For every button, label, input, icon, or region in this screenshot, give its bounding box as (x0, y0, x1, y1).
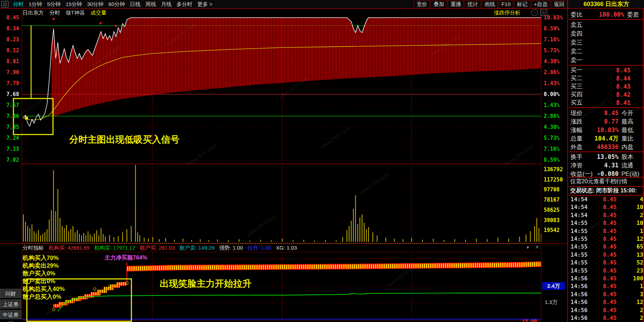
percent-axis-label: 10.03% (544, 14, 566, 21)
volume-bar (36, 233, 37, 242)
volume-bar (249, 240, 250, 242)
star-marker: * (52, 17, 55, 24)
volume-bar (165, 238, 166, 242)
info2-row-净资: 净资4.31流通 (569, 161, 644, 169)
side-button-上证券报[interactable]: 上证券报 (0, 299, 21, 309)
price-axis-label: 7.79 (0, 80, 19, 87)
volume-bar (303, 240, 304, 242)
price-axis-label: 7.35 (0, 124, 19, 130)
side-button-中证券报[interactable]: 中证券报 (0, 310, 21, 319)
chart-indicator-label[interactable]: 做T神器 (66, 10, 85, 16)
volume-bar (27, 226, 28, 242)
collapse-icon[interactable]: ▼ (526, 245, 530, 250)
volume-bar (96, 230, 97, 242)
panel-divider (569, 65, 644, 66)
price-axis-label: 8.45 (0, 14, 19, 21)
volume-bar (72, 226, 73, 242)
buy-marker (25, 117, 28, 120)
panel-divider (569, 19, 644, 20)
tick-row: 14:568.451 (569, 283, 643, 290)
chart-volume-label[interactable]: 成交量 (90, 10, 106, 16)
star-marker: * (99, 21, 102, 28)
volume-bar (372, 232, 373, 242)
tick-row: 14:558.4565 (569, 243, 643, 250)
tick-row: 14:568.45100 (569, 275, 643, 282)
volume-bar (271, 240, 272, 242)
tick-row: 14:558.4523 (569, 267, 643, 274)
tick-row: 14:558.451 (569, 228, 643, 234)
panel-divider (569, 177, 644, 178)
volume-bar (126, 229, 127, 242)
indicator-field-散户买: 散户买: 281.03 (140, 245, 175, 251)
price-axis-label: 8.01 (0, 58, 19, 65)
volume-bar (347, 230, 347, 242)
sub-indicator-title[interactable]: 分时指标 (23, 245, 44, 251)
volume-bar (314, 240, 315, 242)
indicator-scale-selected[interactable]: 2.4万 (542, 282, 565, 290)
percent-axis-label: 5.73% (544, 47, 566, 54)
expand-up-icon[interactable]: ↑ (531, 9, 538, 16)
volume-bar (140, 235, 140, 242)
smiley-icon: ☺ (124, 280, 130, 286)
volume-bar (368, 227, 369, 242)
volume-bar (536, 218, 537, 242)
volume-bar (385, 238, 386, 242)
indicator-stat-label: 机构买入70% (23, 254, 59, 262)
volume-bar (355, 195, 356, 242)
smiley-icon: ☺ (118, 280, 123, 286)
indicator-stat-label: 散户卖出0% (23, 277, 55, 285)
info-row-现价: 现价8.45今开 (569, 109, 644, 117)
sub-indicator-header: 分时指标 机构买: 42691.65机构卖: 17971.17散户买: 281.… (23, 245, 302, 251)
volume-bar (85, 235, 86, 242)
volume-bar (152, 237, 153, 242)
buy-row-买三: 买三8.43 (569, 82, 644, 90)
promo-banner[interactable]: 仅需20元查看千档行情 (569, 178, 644, 186)
weibi-row: 委比 100.00% 委差 (569, 10, 644, 19)
info-row-总量: 总量104.4万量比 (569, 134, 644, 143)
volume-bar (519, 237, 520, 242)
volume-bar (526, 234, 526, 242)
tick-row: 14:568.453 (569, 291, 643, 298)
indicator-stat-label: 散户买入0% (23, 269, 55, 278)
close-icon[interactable]: × (536, 244, 539, 250)
limit-analysis-button[interactable]: 涨跌停分析 (494, 10, 520, 16)
volume-bar (42, 234, 43, 242)
sell-row-卖五: 卖五 (569, 20, 644, 29)
price-axis-label: 8.34 (0, 25, 19, 32)
volume-bar (530, 231, 531, 242)
buy-row-买二: 买二8.44 (569, 74, 644, 82)
volume-bar (394, 239, 395, 242)
volume-bar (228, 240, 229, 242)
indicator-stat-label: 散户总买入0% (23, 293, 61, 301)
smiley-icon: ☺ (51, 306, 56, 312)
indicator-stat-label: 机构卖出29% (23, 262, 59, 270)
indicator-field-XG: XG: 1.03 (276, 245, 297, 251)
annotation-buy-signal: 分时主图出现低吸买入信号 (69, 133, 179, 146)
volume-bar (364, 223, 365, 242)
percent-axis-label: 4.30% (544, 58, 566, 65)
panel-divider (569, 151, 644, 152)
tick-row: 14:548.4510 (569, 204, 643, 210)
indicator-field-机构买: 机构买: 42691.65 (49, 245, 90, 251)
panel-divider (569, 107, 644, 108)
volume-bar (53, 171, 54, 242)
volume-bar (88, 231, 88, 242)
volume-bar (217, 239, 218, 242)
percent-axis-label: 0.00% (544, 91, 566, 97)
volume-bar (174, 240, 175, 242)
volume-bar (118, 236, 119, 242)
volume-bar (94, 233, 95, 242)
volume-bar (358, 224, 358, 242)
volume-bar (55, 211, 56, 242)
volume-bar (103, 234, 104, 242)
side-button-问财[interactable]: 问财 (0, 289, 21, 298)
retail-line (58, 293, 541, 311)
smiley-icon: ☺ (107, 283, 112, 289)
percent-axis-label: 2.86% (544, 113, 566, 119)
volume-bar (200, 239, 201, 242)
chart-header: 日出东方 分时 做T神器 成交量 (23, 10, 112, 16)
volume-bar (51, 210, 52, 242)
chart-period-label[interactable]: 分时 (49, 10, 60, 16)
sell-row-卖三: 卖三 (569, 38, 644, 47)
volume-bar (351, 221, 351, 242)
